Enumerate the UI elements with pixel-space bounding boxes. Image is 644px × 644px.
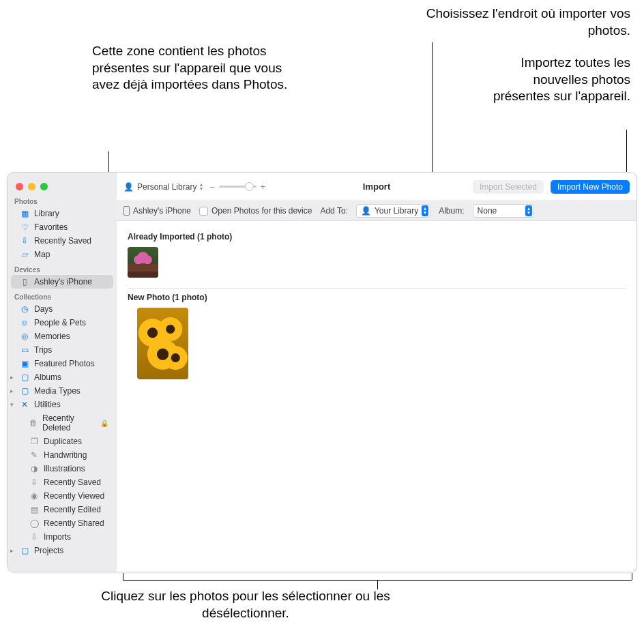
sidebar-item-albums[interactable]: ▸ ▢ Albums: [8, 370, 117, 384]
already-imported-thumbnail[interactable]: [128, 247, 158, 278]
zoom-window-icon[interactable]: [40, 183, 48, 190]
slider-thumb[interactable]: [245, 182, 254, 191]
sidebar-item-label: People & Pets: [34, 318, 86, 327]
updown-icon: ▴▾: [200, 183, 203, 191]
sidebar-item-label: Utilities: [34, 400, 61, 409]
clock-icon: ◷: [20, 304, 29, 314]
zoom-slider[interactable]: – +: [209, 181, 265, 192]
chevron-right-icon[interactable]: ▸: [10, 387, 14, 394]
album-select[interactable]: None ▴▾: [473, 204, 534, 218]
sidebar-item-utilities[interactable]: ▾ ✕ Utilities: [8, 398, 117, 411]
leader-line: [632, 573, 632, 580]
sidebar-item-label: Handwriting: [44, 450, 87, 460]
sidebar-item-memories[interactable]: ◎ Memories: [8, 330, 117, 343]
sidebar-item-imports[interactable]: ⇩ Imports: [8, 530, 117, 544]
chevron-right-icon[interactable]: ▸: [10, 374, 14, 381]
main-pane: 👤 Personal Library ▴▾ – + Import Import …: [117, 173, 636, 572]
new-photo-thumbnail[interactable]: [137, 308, 188, 379]
import-new-photo-button[interactable]: Import New Photo: [551, 180, 630, 194]
sidebar-item-featured[interactable]: ▣ Featured Photos: [8, 357, 117, 370]
sidebar-item-label: Recently Saved: [34, 236, 91, 246]
sidebar-item-recently-saved-util[interactable]: ⇩ Recently Saved: [8, 475, 117, 489]
sidebar-item-recently-deleted[interactable]: 🗑 Recently Deleted 🔒: [8, 411, 117, 435]
sidebar-item-label: Projects: [34, 546, 63, 555]
callout-choose-location: Choisissez l'endroit où importer vos pho…: [426, 5, 630, 39]
sidebar-item-media-types[interactable]: ▸ ▢ Media Types: [8, 384, 117, 398]
add-to-select[interactable]: 👤 Your Library ▴▾: [356, 204, 430, 218]
download-icon: ⇩: [20, 236, 29, 246]
sidebar-item-projects[interactable]: ▸ ▢ Projects: [8, 544, 117, 557]
sidebar-item-label: Favorites: [34, 222, 68, 232]
sidebar-item-handwriting[interactable]: ✎ Handwriting: [8, 448, 117, 462]
sidebar-item-illustrations[interactable]: ◑ Illustrations: [8, 462, 117, 475]
leader-line: [626, 130, 627, 174]
iphone-icon: ▯: [20, 277, 29, 287]
sidebar-item-days[interactable]: ◷ Days: [8, 302, 117, 316]
download-icon: ⇩: [29, 478, 39, 487]
sidebar-item-map[interactable]: ▱ Map: [8, 248, 117, 261]
sidebar-item-recently-shared[interactable]: ◯ Recently Shared: [8, 516, 117, 530]
sidebar-item-label: Ashley's iPhone: [34, 277, 92, 287]
sidebar: Photos ▦ Library ♡ Favorites ⇩ Recently …: [8, 173, 117, 572]
album-icon: ▢: [20, 372, 29, 382]
tools-icon: ✕: [20, 400, 29, 409]
sidebar-item-people-pets[interactable]: ☺ People & Pets: [8, 316, 117, 330]
import-icon: ⇩: [29, 532, 39, 542]
sidebar-item-label: Recently Edited: [44, 505, 101, 514]
library-label: Personal Library: [137, 182, 196, 192]
share-icon: ◯: [29, 518, 39, 528]
open-photos-checkbox[interactable]: Open Photos for this device: [199, 206, 312, 216]
checkbox-label: Open Photos for this device: [211, 206, 312, 216]
slider-track[interactable]: [219, 186, 257, 188]
sidebar-item-label: Duplicates: [44, 437, 82, 446]
sidebar-item-favorites[interactable]: ♡ Favorites: [8, 220, 117, 234]
sidebar-item-label: Memories: [34, 332, 70, 341]
sidebar-item-library[interactable]: ▦ Library: [8, 207, 117, 220]
memories-icon: ◎: [20, 332, 29, 341]
window-controls: [8, 177, 117, 193]
trash-icon: 🗑: [29, 418, 38, 428]
device-label: Ashley's iPhone: [123, 206, 191, 216]
lock-icon: 🔒: [100, 420, 111, 427]
photo-thumbnail-icon: [137, 308, 188, 379]
map-icon: ▱: [20, 250, 29, 259]
chevron-right-icon[interactable]: ▸: [10, 547, 14, 554]
device-name: Ashley's iPhone: [133, 206, 191, 216]
photos-app-window: Photos ▦ Library ♡ Favorites ⇩ Recently …: [7, 172, 637, 572]
sidebar-section-photos: Photos: [8, 193, 117, 207]
zoom-minus-icon[interactable]: –: [209, 181, 214, 192]
sidebar-item-trips[interactable]: ▭ Trips: [8, 343, 117, 357]
sidebar-item-label: Recently Viewed: [44, 491, 104, 501]
person-icon: 👤: [123, 182, 134, 192]
divider: [128, 288, 626, 289]
eye-icon: ◉: [29, 491, 39, 501]
library-selector[interactable]: 👤 Personal Library ▴▾: [123, 182, 203, 192]
sidebar-item-label: Days: [34, 304, 53, 314]
sidebar-item-label: Media Types: [34, 386, 80, 396]
sidebar-item-recently-edited[interactable]: ▤ Recently Edited: [8, 503, 117, 516]
sidebar-item-device-iphone[interactable]: ▯ Ashley's iPhone: [11, 275, 113, 289]
iphone-icon: [123, 206, 130, 216]
checkbox-icon[interactable]: [199, 207, 208, 216]
sidebar-item-duplicates[interactable]: ❐ Duplicates: [8, 435, 117, 448]
sidebar-item-label: Library: [34, 209, 59, 218]
callout-click-select: Cliquez sur les photos pour les sélectio…: [75, 588, 416, 621]
suitcase-icon: ▭: [20, 345, 29, 355]
leader-line: [377, 580, 378, 589]
updown-icon: ▴▾: [525, 205, 532, 216]
options-bar: Ashley's iPhone Open Photos for this dev…: [117, 201, 636, 221]
media-icon: ▢: [20, 386, 29, 396]
content-area[interactable]: Already Imported (1 photo) New Photo (1 …: [117, 221, 636, 572]
sidebar-item-recently-viewed[interactable]: ◉ Recently Viewed: [8, 489, 117, 503]
minimize-window-icon[interactable]: [28, 183, 35, 190]
sidebar-item-recently-saved[interactable]: ⇩ Recently Saved: [8, 234, 117, 248]
page-title: Import: [363, 181, 390, 192]
sidebar-item-label: Recently Shared: [44, 518, 104, 528]
toolbar: 👤 Personal Library ▴▾ – + Import Import …: [117, 173, 636, 201]
photos-icon: ▦: [20, 209, 29, 218]
sidebar-section-devices: Devices: [8, 261, 117, 275]
import-selected-button[interactable]: Import Selected: [473, 180, 544, 194]
close-window-icon[interactable]: [16, 183, 23, 190]
zoom-plus-icon[interactable]: +: [261, 181, 266, 192]
chevron-down-icon[interactable]: ▾: [10, 401, 14, 408]
